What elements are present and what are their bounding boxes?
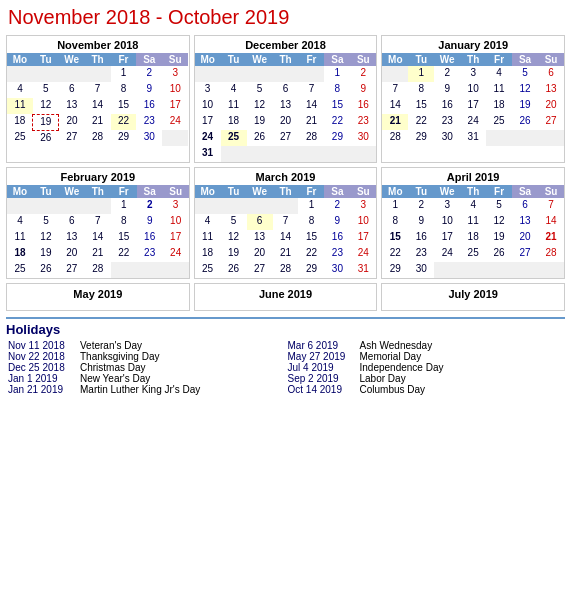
day-cell: 6 xyxy=(59,82,85,98)
day-cell xyxy=(512,262,538,278)
day-cell: 5 xyxy=(33,214,59,230)
day-cell xyxy=(298,66,324,82)
header-Mo: Mo xyxy=(7,185,33,198)
day-cell xyxy=(59,198,85,214)
day-cell: 25 xyxy=(486,114,512,130)
day-cell: 25 xyxy=(460,246,486,262)
day-cell xyxy=(163,262,189,278)
day-cell: 15 xyxy=(408,98,434,114)
holiday-name: Ash Wednesday xyxy=(360,340,433,351)
day-cell: 24 xyxy=(163,246,189,262)
day-cell: 21 xyxy=(298,114,324,130)
day-cell: 27 xyxy=(512,246,538,262)
day-cell xyxy=(512,130,538,146)
day-cell: 14 xyxy=(273,230,299,246)
day-cell xyxy=(7,66,33,82)
day-cell: 28 xyxy=(85,262,111,278)
day-cell xyxy=(247,198,273,214)
header-Sa: Sa xyxy=(512,53,538,66)
header-Th: Th xyxy=(273,185,299,198)
day-cell: 17 xyxy=(350,230,376,246)
day-cell: 8 xyxy=(298,214,324,230)
day-cell: 20 xyxy=(273,114,299,130)
calendars-grid: November 2018MoTuWeThFrSaSu1234567891011… xyxy=(0,33,571,281)
holiday-entry: May 27 2019Memorial Day xyxy=(286,351,566,362)
month-title-jan2019: January 2019 xyxy=(382,36,564,53)
day-cell: 12 xyxy=(33,230,59,246)
day-cell xyxy=(486,262,512,278)
day-cell: 19 xyxy=(512,98,538,114)
day-cell xyxy=(247,66,273,82)
day-cell: 31 xyxy=(350,262,376,278)
calendar-mar2019: March 2019MoTuWeThFrSaSu1234567891011121… xyxy=(194,167,378,279)
holiday-entry: Oct 14 2019Columbus Day xyxy=(286,384,566,395)
day-cell: 4 xyxy=(460,198,486,214)
day-cell: 15 xyxy=(111,230,137,246)
header-Fr: Fr xyxy=(298,53,324,66)
day-cell: 6 xyxy=(512,198,538,214)
day-cell: 16 xyxy=(434,98,460,114)
day-cell xyxy=(7,198,33,214)
holiday-entry: Dec 25 2018Christmas Day xyxy=(6,362,286,373)
day-cell: 2 xyxy=(137,198,163,214)
day-cell: 25 xyxy=(195,262,221,278)
header-Tu: Tu xyxy=(408,185,434,198)
day-cell xyxy=(460,262,486,278)
holiday-entry: Jan 1 2019New Year's Day xyxy=(6,373,286,384)
day-cell: 21 xyxy=(85,114,111,130)
day-cell xyxy=(324,146,350,162)
day-cell xyxy=(273,66,299,82)
day-cell xyxy=(247,146,273,162)
holidays-right-col: Mar 6 2019Ash WednesdayMay 27 2019Memori… xyxy=(286,340,566,395)
day-cell: 26 xyxy=(486,246,512,262)
day-cell: 8 xyxy=(111,82,137,98)
holiday-name: Labor Day xyxy=(360,373,406,384)
holiday-name: Veteran's Day xyxy=(80,340,142,351)
day-cell: 13 xyxy=(59,98,85,114)
day-cell xyxy=(538,262,564,278)
holiday-date: May 27 2019 xyxy=(288,351,360,362)
holidays-grid: Nov 11 2018Veteran's DayNov 22 2018Thank… xyxy=(6,340,565,395)
day-cell: 2 xyxy=(324,198,350,214)
header-Th: Th xyxy=(85,185,111,198)
header-Th: Th xyxy=(273,53,299,66)
day-cell: 22 xyxy=(382,246,408,262)
day-cell: 17 xyxy=(163,230,189,246)
day-cell: 27 xyxy=(247,262,273,278)
holiday-name: New Year's Day xyxy=(80,373,150,384)
day-cell: 19 xyxy=(33,114,59,130)
day-cell xyxy=(273,146,299,162)
day-cell: 12 xyxy=(247,98,273,114)
day-cell: 16 xyxy=(137,230,163,246)
day-cell: 23 xyxy=(408,246,434,262)
holiday-name: Columbus Day xyxy=(360,384,426,395)
day-cell xyxy=(137,262,163,278)
month-title-dec2018: December 2018 xyxy=(195,36,377,53)
day-cell xyxy=(273,198,299,214)
day-cell: 17 xyxy=(460,98,486,114)
day-cell: 25 xyxy=(221,130,247,146)
day-cell: 19 xyxy=(33,246,59,262)
header-Su: Su xyxy=(162,53,188,66)
day-cell: 10 xyxy=(434,214,460,230)
holiday-name: Thanksgiving Day xyxy=(80,351,159,362)
day-cell: 1 xyxy=(408,66,434,82)
day-cell: 30 xyxy=(434,130,460,146)
header-Mo: Mo xyxy=(382,53,408,66)
day-cell: 13 xyxy=(273,98,299,114)
day-cell: 16 xyxy=(136,98,162,114)
day-cell xyxy=(538,130,564,146)
day-cell: 4 xyxy=(195,214,221,230)
day-cell: 22 xyxy=(408,114,434,130)
holiday-date: Nov 11 2018 xyxy=(8,340,80,351)
partial-row: May 2019June 2019July 2019 xyxy=(0,281,571,313)
day-cell: 8 xyxy=(111,214,137,230)
page-title: November 2018 - October 2019 xyxy=(0,0,571,33)
day-cell: 25 xyxy=(7,262,33,278)
day-cell: 6 xyxy=(273,82,299,98)
header-Th: Th xyxy=(460,53,486,66)
partial-title-jul2019: July 2019 xyxy=(382,284,564,302)
day-cell: 7 xyxy=(273,214,299,230)
day-cell xyxy=(33,198,59,214)
day-cell: 18 xyxy=(221,114,247,130)
